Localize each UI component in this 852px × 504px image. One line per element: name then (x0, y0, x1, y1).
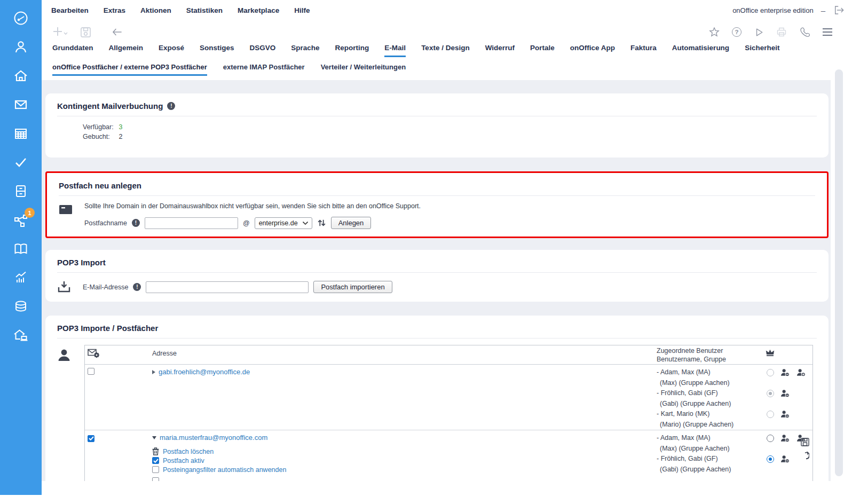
menu-extras[interactable]: Extras (104, 6, 125, 14)
tab-faktura[interactable]: Faktura (630, 44, 657, 56)
primary-user-radio[interactable] (767, 369, 774, 376)
logout-icon[interactable] (833, 4, 845, 16)
collapse-arrow-icon[interactable] (152, 436, 156, 439)
person-icon (12, 38, 29, 58)
menu-statistiken[interactable]: Statistiken (186, 6, 223, 14)
user-group: (Mario) (Gruppe Aachen) (657, 420, 767, 430)
scrollbar-thumb[interactable] (835, 69, 843, 476)
info-icon[interactable]: ! (132, 219, 140, 227)
favorite-star-icon[interactable] (709, 27, 720, 37)
tab-sonstiges[interactable]: Sonstiges (200, 44, 234, 56)
menu-marketplace[interactable]: Marketplace (238, 6, 279, 14)
tab-reporting[interactable]: Reporting (335, 44, 369, 56)
booked-label: Gebucht: (83, 132, 117, 142)
print-icon[interactable] (776, 27, 787, 37)
subtab-pop3-postfaecher[interactable]: onOffice Postfächer / externe POP3 Postf… (52, 63, 207, 76)
edition-title: onOffice enterprise edition (732, 6, 814, 14)
tab-widerruf[interactable]: Widerruf (485, 44, 515, 56)
tab-grunddaten[interactable]: Grunddaten (52, 44, 93, 56)
sidebar-item-statistics[interactable] (0, 264, 42, 293)
option-delete-mailbox[interactable]: Postfach löschen (152, 447, 657, 456)
mailbox-address-link[interactable]: maria.musterfrau@myonoffice.com (160, 434, 267, 442)
remove-user-icon[interactable] (780, 410, 796, 422)
sidebar-item-calendar[interactable] (0, 120, 42, 149)
divider (57, 272, 817, 273)
subtab-verteiler[interactable]: Verteiler / Weiterleitungen (321, 63, 406, 74)
add-user-icon[interactable] (796, 368, 812, 381)
option-checkbox[interactable] (152, 457, 159, 464)
save-row-icon[interactable] (801, 438, 809, 448)
hamburger-menu-icon[interactable] (822, 28, 833, 36)
tab-portale[interactable]: Portale (530, 44, 555, 56)
expand-arrow-icon[interactable] (152, 370, 155, 374)
undo-icon[interactable] (801, 451, 809, 462)
option-label: Postfach aktiv (163, 457, 204, 464)
save-button[interactable] (80, 27, 91, 38)
option-inbox-filter[interactable]: Posteingangsfilter automatisch anwenden (152, 465, 657, 474)
tab-dsgvo[interactable]: DSGVO (250, 44, 276, 56)
sidebar-item-marketplace[interactable] (0, 322, 42, 351)
user-group: (Max) (Gruppe Aachen) (657, 378, 767, 389)
tab-sicherheit[interactable]: Sicherheit (745, 44, 779, 56)
primary-user-radio[interactable] (767, 455, 774, 463)
menu-aktionen[interactable]: Aktionen (140, 6, 171, 14)
tab-expose[interactable]: Exposé (159, 44, 184, 56)
option-checkbox[interactable] (152, 466, 159, 473)
info-icon[interactable]: ! (133, 283, 141, 291)
row-select-checkbox[interactable] (88, 368, 94, 375)
tab-texte-design[interactable]: Texte / Design (421, 44, 470, 56)
option-partial[interactable] (152, 476, 657, 481)
primary-user-radio[interactable] (767, 411, 774, 418)
remove-user-icon[interactable] (780, 455, 796, 467)
remove-user-icon[interactable] (780, 368, 796, 381)
tab-email[interactable]: E-Mail (384, 44, 406, 57)
play-tutorial-icon[interactable] (754, 27, 764, 37)
option-checkbox[interactable] (152, 477, 159, 481)
refresh-domains-icon[interactable] (317, 218, 326, 227)
section-mailboxes: POP3 Importe / Postfächer (45, 316, 829, 481)
sidebar-item-contacts[interactable] (0, 34, 42, 62)
column-header-users[interactable]: Zugeordnete Benutzer Benutzername, Grupp… (657, 345, 812, 364)
tab-sprache[interactable]: Sprache (291, 44, 319, 56)
phone-icon[interactable] (799, 27, 810, 37)
mailbox-address-link[interactable]: gabi.froehlich@myonoffice.de (159, 368, 250, 376)
user-name: - Adam, Max (MA) (657, 367, 767, 378)
sidebar-item-logo[interactable] (0, 5, 42, 34)
option-label: Posteingangsfilter automatisch anwenden (163, 466, 286, 474)
tab-automatisierung[interactable]: Automatisierung (672, 44, 729, 56)
back-button[interactable] (111, 26, 123, 38)
postfach-importieren-button[interactable]: Postfach importieren (313, 281, 392, 293)
sidebar-item-email[interactable] (0, 91, 42, 120)
primary-user-radio[interactable] (767, 435, 774, 442)
sidebar-item-archive[interactable] (0, 178, 42, 207)
anlegen-button[interactable]: Anlegen (331, 217, 372, 229)
mailboxes-title: POP3 Importe / Postfächer (57, 324, 158, 333)
sidebar-item-properties[interactable] (0, 62, 42, 91)
remove-user-icon[interactable] (780, 389, 796, 401)
domain-select[interactable]: enterprise.de (255, 217, 312, 229)
subtab-imap-postfaecher[interactable]: externe IMAP Postfächer (223, 63, 305, 74)
email-adresse-input[interactable] (146, 281, 309, 293)
option-mailbox-active[interactable]: Postfach aktiv (152, 456, 657, 465)
help-icon[interactable]: ? (732, 27, 741, 37)
mailbox-settings-icon (85, 345, 150, 364)
tab-onoffice-app[interactable]: onOffice App (570, 44, 615, 56)
calendar-icon (12, 125, 29, 144)
primary-user-radio[interactable] (767, 390, 774, 397)
column-header-address[interactable]: Adresse (150, 345, 657, 364)
info-icon[interactable]: ! (167, 102, 175, 110)
sidebar-item-knowledge[interactable] (0, 235, 42, 264)
remove-user-icon[interactable] (780, 434, 796, 446)
add-record-button[interactable] (52, 26, 68, 38)
row-select-checkbox[interactable] (88, 435, 94, 442)
menu-hilfe[interactable]: Hilfe (294, 6, 310, 14)
postfachname-input[interactable] (145, 217, 238, 229)
tab-allgemein[interactable]: Allgemein (109, 44, 144, 56)
section-pop3-import: POP3 Import E-Mail-Adresse ! Postfach im… (45, 250, 829, 302)
kontingent-title: Kontingent Mailverbuchung (57, 101, 163, 111)
sidebar-item-tasks[interactable] (0, 149, 42, 178)
minimize-control[interactable]: – (821, 6, 825, 15)
sidebar-item-process-manager[interactable]: 1 (0, 207, 42, 235)
menu-bearbeiten[interactable]: Bearbeiten (51, 6, 89, 14)
sidebar-item-data[interactable] (0, 293, 42, 322)
